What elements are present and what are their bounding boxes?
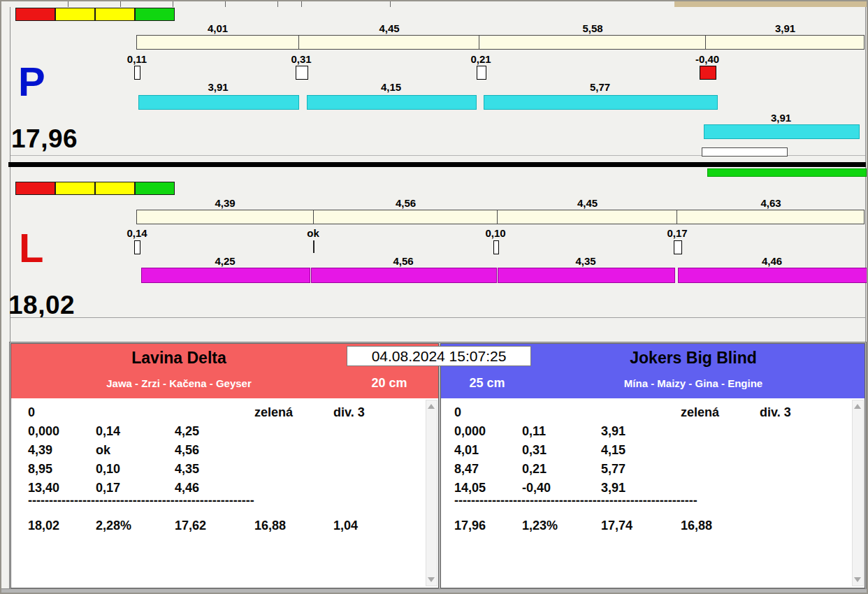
split-time-label: 4,01 <box>136 22 299 34</box>
team-name-right: Jokers Big Blind <box>526 349 861 368</box>
reaction-time-label: -0,40 <box>683 53 732 65</box>
lane-total-l: 18,02 <box>8 291 75 320</box>
split-time-label: 4,56 <box>314 197 498 209</box>
result-cell: 4,15 <box>601 443 625 458</box>
reaction-time-label: 0,21 <box>460 53 502 65</box>
scroll-down-icon[interactable] <box>854 577 861 582</box>
yellow-light-icon <box>55 182 95 195</box>
split-divider <box>313 210 314 224</box>
desktop-strip <box>674 1 868 7</box>
leg-time-label: 4,56 <box>311 255 496 267</box>
scroll-up-icon[interactable] <box>428 404 435 409</box>
leg-time-label: 3,91 <box>704 112 858 124</box>
ruler-tick <box>120 1 121 7</box>
leg-time-label: 4,15 <box>307 81 475 93</box>
result-cell: 16,88 <box>681 519 712 533</box>
split-time-label: 3,91 <box>706 22 865 34</box>
result-cell: 5,77 <box>601 462 625 477</box>
result-cell: 17,96 <box>454 519 486 533</box>
reaction-time-label: 0,17 <box>656 227 698 239</box>
start-lights-l <box>15 182 175 195</box>
result-cell: 17,74 <box>601 519 632 533</box>
reaction-time-label: 0,14 <box>116 227 158 239</box>
ruler-tick <box>68 1 68 7</box>
reaction-time-label: 0,31 <box>280 53 322 65</box>
team-dogs-right: Mína - Maizy - Gina - Engine <box>526 377 861 389</box>
reaction-time-label: ok <box>292 227 334 239</box>
timing-app-window: 4,01 4,45 5,58 3,91 0,11 0,31 0,21 -0,40… <box>0 0 868 594</box>
split-time-label: 5,58 <box>479 22 706 34</box>
reaction-marker <box>674 240 682 254</box>
result-cell: 3,91 <box>601 424 625 439</box>
ruler-tick <box>225 1 226 7</box>
reaction-marker <box>477 66 486 80</box>
red-light-icon <box>15 8 55 21</box>
false-start-marker <box>700 66 716 80</box>
result-cell: 0 <box>454 405 461 420</box>
start-lights-p <box>15 8 175 21</box>
yellow-light-icon <box>55 8 95 21</box>
reaction-marker <box>493 240 499 254</box>
green-indicator-bar <box>707 168 867 177</box>
leg-time-label: 4,25 <box>141 255 309 267</box>
green-light-icon <box>135 182 175 195</box>
split-time-label: 4,39 <box>136 197 314 209</box>
reaction-marker <box>296 66 308 80</box>
lane-letter-p: P <box>18 61 45 102</box>
empty-bar <box>702 147 788 157</box>
ruler-tick <box>301 1 302 7</box>
result-cell: div. 3 <box>760 405 791 420</box>
result-cell: 1,23% <box>522 519 558 533</box>
ruler-tick <box>390 1 391 7</box>
reaction-marker <box>134 240 140 254</box>
split-divider <box>677 210 677 224</box>
split-divider <box>479 36 479 49</box>
split-time-label: 4,63 <box>677 197 865 209</box>
team-height-left: 20 cm <box>351 376 428 391</box>
reaction-time-label: 0,11 <box>116 53 158 65</box>
right-table-scrollbar[interactable] <box>852 400 864 586</box>
leg-bar <box>678 268 867 283</box>
split-divider <box>497 210 498 224</box>
result-cell: 8,47 <box>454 462 479 477</box>
split-divider <box>705 36 706 49</box>
ok-tick-marker <box>313 240 314 253</box>
leg-time-label: 4,35 <box>498 255 674 267</box>
leg-time-label: 3,91 <box>138 81 298 93</box>
split-bar-l <box>136 210 865 224</box>
status-strip <box>1 588 868 593</box>
split-bar-p <box>136 35 865 50</box>
split-divider <box>298 36 299 49</box>
left-table-scrollbar[interactable] <box>426 400 437 586</box>
ruler-tick <box>173 1 173 7</box>
leg-bar <box>498 268 675 283</box>
divider-line-thin <box>10 317 865 318</box>
team-height-right: 25 cm <box>449 376 526 391</box>
result-cell: zelená <box>681 405 719 420</box>
lane-letter-l: L <box>19 228 43 268</box>
scroll-down-icon[interactable] <box>428 577 435 582</box>
split-time-label: 4,45 <box>299 22 479 34</box>
result-cell: 0,000 <box>454 424 486 439</box>
reaction-marker <box>134 66 140 80</box>
leg-bar <box>484 95 718 110</box>
result-cell: 0,11 <box>522 424 546 439</box>
yellow-light-icon <box>95 8 135 21</box>
result-cell: 0,31 <box>522 443 547 458</box>
lane-total-p: 17,96 <box>11 124 78 154</box>
datetime-display: 04.08.2024 15:07:25 <box>347 346 531 366</box>
scroll-up-icon[interactable] <box>854 404 861 409</box>
green-light-icon <box>135 8 175 21</box>
lane-divider <box>8 162 866 167</box>
red-light-icon <box>15 182 55 195</box>
yellow-light-icon <box>95 182 135 195</box>
team-dogs-left: Jawa - Zrzi - Kačena - Geyser <box>11 377 347 389</box>
ruler-tick <box>277 1 278 7</box>
leg-bar <box>704 124 860 139</box>
reaction-time-label: 0,10 <box>475 227 516 239</box>
leg-time-label: 4,46 <box>678 255 866 267</box>
team-name-left: Lavina Delta <box>11 349 347 368</box>
leg-bar <box>141 268 310 283</box>
leg-bar <box>311 268 497 283</box>
split-time-label: 4,45 <box>498 197 677 209</box>
